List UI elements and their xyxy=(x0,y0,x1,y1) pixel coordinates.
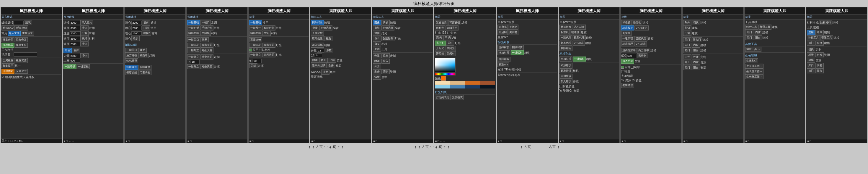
btn-cut2[interactable]: 剪切 xyxy=(373,25,381,30)
btn-add-err[interactable]: 添加错误 xyxy=(559,63,572,68)
btn-collect[interactable]: 收集提示 xyxy=(1,63,14,68)
btn-sel-left-mat[interactable]: 选左材质 xyxy=(573,25,586,30)
btn-one-facade[interactable]: 一键外立 xyxy=(187,48,200,53)
swatch-7[interactable] xyxy=(465,85,480,89)
btn-inner-win14[interactable]: 内窗 xyxy=(815,63,824,68)
btn-front-door3[interactable]: 前门 xyxy=(683,65,691,70)
btn-kick-ceil3[interactable]: 踢脚天花 xyxy=(262,52,275,57)
btn-tool1[interactable]: 特种工具 xyxy=(745,25,758,30)
input-wall1[interactable] xyxy=(131,21,142,25)
swatch-5[interactable] xyxy=(435,85,450,89)
btn-expand[interactable]: 展开 xyxy=(200,37,209,42)
btn-effect-light[interactable]: 生效彩灯 xyxy=(745,58,758,63)
color-preview[interactable] xyxy=(441,76,446,81)
btn-light-close[interactable]: 关闭光 xyxy=(445,46,456,51)
btn-open-door14[interactable]: 开门 xyxy=(807,63,815,68)
btn-front-door[interactable]: 前门 xyxy=(683,37,691,42)
input-p5[interactable] xyxy=(253,59,261,63)
btn-light-on[interactable]: 亮 开灯 xyxy=(435,41,446,46)
nav-left-label-1[interactable]: 左页 xyxy=(316,145,323,149)
btn-mat-close[interactable]: 关闭材 xyxy=(445,51,456,56)
btn-wall3[interactable]: 墙体 xyxy=(72,48,80,53)
btn-mat-conv[interactable]: 材质转换 xyxy=(559,25,572,30)
btn-open-room[interactable]: 开 室 xyxy=(63,48,72,53)
btn-assist2[interactable]: 辅助 xyxy=(138,48,147,53)
btn-one-wall[interactable]: 一建墙线 xyxy=(63,64,76,69)
btn-manual-layout[interactable]: 手动户型 xyxy=(200,25,213,30)
btn-light-shadow[interactable]: 灯光列表光 xyxy=(435,95,451,100)
btn-wall[interactable]: 墙体 xyxy=(80,25,89,30)
btn-clear-r[interactable]: 清楚 xyxy=(373,75,381,80)
btn-balcony2[interactable]: 阳台 xyxy=(692,48,700,53)
btn-merge-all[interactable]: 组合合并 xyxy=(15,37,28,42)
btn-two-select[interactable]: 两份选择 xyxy=(319,25,333,30)
btn-res-recorded[interactable]: 已录制 xyxy=(637,53,647,58)
btn-one-mat[interactable]: 一键赋材 xyxy=(511,50,524,55)
btn-global-check[interactable]: 全局检查 xyxy=(1,58,14,63)
btn-parts2[interactable]: 分量 xyxy=(373,53,381,58)
btn-sel-photo[interactable]: 选择相片 xyxy=(497,57,510,62)
btn-remain[interactable]: 剩余 xyxy=(373,69,381,74)
btn-selected14[interactable]: 选用 xyxy=(807,30,815,35)
checkbox-11b[interactable] xyxy=(631,66,633,69)
input-res[interactable] xyxy=(626,54,637,58)
btn-save-backup[interactable]: 保存备份 xyxy=(15,43,28,48)
nav-left-label-3[interactable]: 左页 xyxy=(524,145,531,149)
btn-add[interactable]: 添加 xyxy=(131,36,140,41)
checkbox-mat[interactable] xyxy=(559,85,562,88)
btn-one-ceiling[interactable]: 一键天花 xyxy=(187,43,200,48)
btn-open-door13[interactable]: 开门 xyxy=(745,30,753,35)
btn-inner-win[interactable]: 内窗 xyxy=(692,43,700,48)
btn-add-shadow[interactable]: 加0 xyxy=(373,36,381,41)
btn-std-wy[interactable]: 标准WY xyxy=(497,62,509,67)
nav-right-label-3[interactable]: 右页 xyxy=(549,145,556,149)
input-val3[interactable] xyxy=(70,31,80,35)
btn-door-hole12[interactable]: 门洞 xyxy=(683,31,691,36)
btn-one-mat10[interactable]: 一键赋材 xyxy=(573,56,586,61)
btn-parse-tool[interactable]: 解析工具 → xyxy=(745,47,762,52)
btn-inner-door[interactable]: 内门 xyxy=(683,43,691,48)
btn-check-resource[interactable]: 检查资源 xyxy=(15,58,28,63)
btn-facade3[interactable]: 一键外立 xyxy=(187,64,200,69)
btn-batch-merge[interactable]: 批量合并 xyxy=(1,37,14,42)
btn-shadow-mode[interactable]: 光影模式 xyxy=(451,95,464,100)
btn-create-shadow[interactable]: 创建影形 xyxy=(381,36,395,41)
btn-attach7[interactable]: 附加 xyxy=(373,58,381,64)
btn-switch14[interactable]: 切换 xyxy=(807,47,815,52)
btn-image[interactable]: 图像 xyxy=(373,20,381,25)
btn-grow-plan[interactable]: 生长施工图→ xyxy=(745,64,764,69)
nav-mid-label-1[interactable]: 中 xyxy=(324,145,328,149)
btn-sit-ceiling2[interactable]: 对坐天花 xyxy=(200,54,213,59)
btn-grow-plan2[interactable]: 生长施工图→ xyxy=(745,69,764,74)
btn-paste-cad[interactable]: 粘贴CAD xyxy=(1,25,15,30)
btn-kick-ceil2[interactable]: 踢脚天花 xyxy=(262,43,275,48)
btn-wall2[interactable]: 墙体 xyxy=(80,42,89,47)
btn-one-layout[interactable]: 一键户型 xyxy=(187,25,200,30)
input-val5[interactable] xyxy=(70,42,80,46)
btn-paste-mat[interactable]: 贴粘材料 xyxy=(819,20,832,25)
color-gradient-picker[interactable] xyxy=(435,58,456,73)
btn-smart-align[interactable]: 智能对齐 xyxy=(262,25,275,30)
btn-import-file[interactable]: 导入文件 xyxy=(8,31,21,36)
btn-balcony3[interactable]: 阳台 xyxy=(692,65,700,70)
btn-light-open9[interactable]: 开启光 xyxy=(497,25,508,30)
btn-batch2[interactable]: 批量 xyxy=(311,25,319,30)
btn-apply-batch[interactable]: 应用批量 xyxy=(311,36,324,41)
btn-light-off[interactable]: 关灯 xyxy=(446,41,454,46)
btn-pull-out[interactable]: 拉出 xyxy=(381,53,390,58)
btn-light-close9[interactable]: 关闭光 xyxy=(508,25,519,30)
btn-balcony-door[interactable]: 阳台门 xyxy=(692,37,702,42)
btn-phy-machine[interactable]: 物理机 xyxy=(570,30,581,35)
btn-add-proxy-mat[interactable]: 去加错误 xyxy=(621,83,634,88)
btn-render-std[interactable]: VR校正正 xyxy=(634,25,649,30)
checkbox-11a[interactable] xyxy=(621,66,624,69)
nav-right-label-1[interactable]: 右页 xyxy=(330,145,336,149)
nav-mid-label-2[interactable]: 中 xyxy=(430,145,434,149)
btn-kick[interactable]: 踢脚 xyxy=(80,36,89,41)
input-edit[interactable] xyxy=(13,21,24,25)
btn-sel-mat[interactable]: 选择材质 xyxy=(497,45,510,50)
btn-flat-light[interactable]: 平 光 xyxy=(443,35,452,40)
btn-pull-in[interactable]: 拉入 xyxy=(381,58,390,64)
btn-space4[interactable]: 空间 xyxy=(262,31,271,36)
btn-one-door2[interactable]: 一键关口 xyxy=(187,37,200,42)
